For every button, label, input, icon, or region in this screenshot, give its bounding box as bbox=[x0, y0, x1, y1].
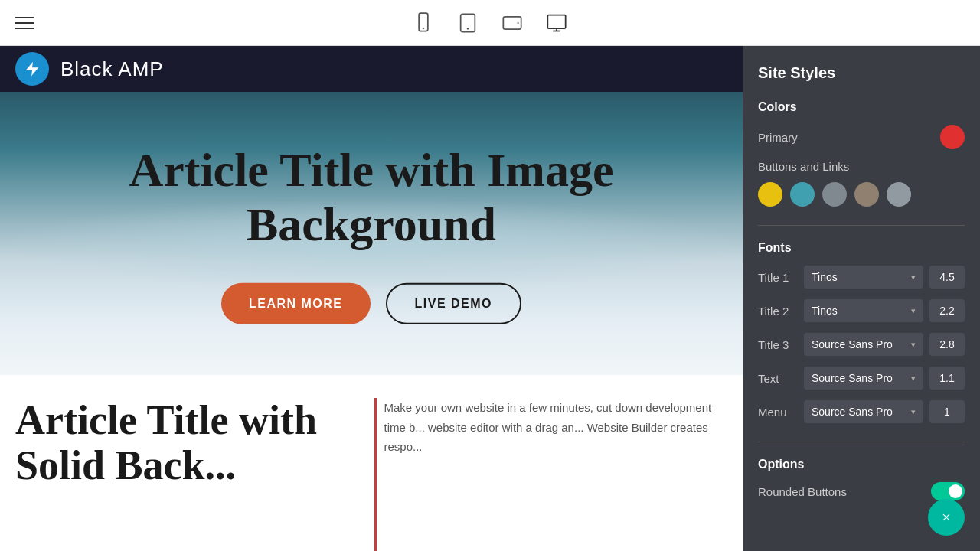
font-row-title2-label: Title 2 bbox=[758, 305, 798, 318]
hero-section: Article Title with Image Background LEAR… bbox=[0, 92, 743, 375]
live-demo-button[interactable]: LIVE DEMO bbox=[386, 282, 522, 324]
options-section: Options Rounded Buttons bbox=[758, 458, 965, 500]
chevron-down-icon: ▾ bbox=[911, 407, 916, 417]
font-row-text-size[interactable]: 1.1 bbox=[929, 367, 965, 390]
color-swatch-teal[interactable] bbox=[790, 182, 815, 207]
font-row-menu-select[interactable]: Source Sans Pro ▾ bbox=[804, 400, 923, 423]
color-swatch-cool-gray[interactable] bbox=[887, 182, 911, 207]
site-title: Black AMP bbox=[60, 57, 164, 81]
font-row-text-label: Text bbox=[758, 372, 798, 385]
colors-section-label: Colors bbox=[758, 100, 965, 114]
colors-section: Colors Primary Buttons and Links bbox=[758, 100, 965, 207]
chevron-down-icon: ▾ bbox=[911, 306, 916, 316]
font-row-title3-select[interactable]: Source Sans Pro ▾ bbox=[804, 333, 923, 356]
hero-title: Article Title with Image Background bbox=[74, 143, 668, 253]
device-icons bbox=[413, 12, 567, 34]
tablet-landscape-device-icon[interactable] bbox=[501, 12, 523, 34]
close-button[interactable]: × bbox=[928, 499, 965, 536]
fonts-section: Fonts Title 1 Tinos ▾ 4.5 Title 2 Tinos … bbox=[758, 241, 965, 423]
primary-color-label: Primary bbox=[758, 131, 798, 144]
color-swatch-yellow[interactable] bbox=[758, 182, 782, 207]
color-swatch-gray[interactable] bbox=[822, 182, 847, 207]
divider-fonts-options bbox=[758, 442, 965, 442]
fonts-section-label: Fonts bbox=[758, 241, 965, 255]
tablet-device-icon[interactable] bbox=[457, 12, 479, 34]
mobile-device-icon[interactable] bbox=[413, 12, 434, 34]
font-row-title3: Title 3 Source Sans Pro ▾ 2.8 bbox=[758, 333, 965, 356]
options-section-label: Options bbox=[758, 458, 965, 471]
font-row-title1: Title 1 Tinos ▾ 4.5 bbox=[758, 266, 965, 289]
font-row-title2: Title 2 Tinos ▾ 2.2 bbox=[758, 299, 965, 322]
panel-title: Site Styles bbox=[758, 64, 965, 82]
hero-content: Article Title with Image Background LEAR… bbox=[74, 143, 668, 324]
rounded-buttons-row: Rounded Buttons bbox=[758, 482, 965, 500]
font-row-title3-label: Title 3 bbox=[758, 338, 798, 351]
font-row-title1-select[interactable]: Tinos ▾ bbox=[804, 266, 923, 289]
site-styles-panel: Site Styles Colors Primary Buttons and L… bbox=[743, 46, 980, 551]
preview-area: Black AMP Article Title with Image Backg… bbox=[0, 46, 743, 551]
svg-marker-9 bbox=[26, 62, 39, 76]
rounded-buttons-label: Rounded Buttons bbox=[758, 485, 847, 498]
chevron-down-icon: ▾ bbox=[911, 272, 916, 282]
font-row-menu-size[interactable]: 1 bbox=[929, 400, 965, 423]
font-row-title1-size[interactable]: 4.5 bbox=[929, 266, 965, 289]
font-row-title3-size[interactable]: 2.8 bbox=[929, 333, 965, 356]
menu-icon[interactable] bbox=[15, 17, 34, 29]
rounded-buttons-toggle[interactable] bbox=[931, 482, 965, 500]
primary-color-row: Primary bbox=[758, 125, 965, 149]
chevron-down-icon: ▾ bbox=[911, 340, 916, 350]
lower-article-title: Article Title withSolid Back... bbox=[15, 398, 359, 489]
lower-right-text: Make your own website in a few minutes, … bbox=[384, 398, 728, 457]
lower-right: Make your own website in a few minutes, … bbox=[374, 398, 728, 551]
font-row-title1-label: Title 1 bbox=[758, 271, 798, 284]
font-row-text-select[interactable]: Source Sans Pro ▾ bbox=[804, 367, 923, 390]
font-row-menu-label: Menu bbox=[758, 406, 798, 419]
color-swatches bbox=[758, 182, 965, 207]
main-area: Black AMP Article Title with Image Backg… bbox=[0, 46, 980, 551]
learn-more-button[interactable]: LEARN MORE bbox=[221, 282, 371, 324]
hero-buttons: LEARN MORE LIVE DEMO bbox=[74, 282, 668, 324]
site-logo-icon bbox=[15, 52, 49, 86]
font-row-title2-select[interactable]: Tinos ▾ bbox=[804, 299, 923, 322]
lower-section: Article Title withSolid Back... Make you… bbox=[0, 375, 743, 551]
lower-left: Article Title withSolid Back... bbox=[15, 398, 359, 551]
font-row-menu: Menu Source Sans Pro ▾ 1 bbox=[758, 400, 965, 423]
divider-colors-fonts bbox=[758, 225, 965, 226]
chevron-down-icon: ▾ bbox=[911, 373, 916, 383]
desktop-device-icon[interactable] bbox=[546, 12, 567, 34]
font-row-text: Text Source Sans Pro ▾ 1.1 bbox=[758, 367, 965, 390]
color-swatch-warm-gray[interactable] bbox=[854, 182, 879, 207]
buttons-links-label: Buttons and Links bbox=[758, 160, 965, 173]
toolbar bbox=[0, 0, 980, 46]
svg-rect-6 bbox=[547, 15, 565, 28]
font-row-title2-size[interactable]: 2.2 bbox=[929, 299, 965, 322]
site-header: Black AMP bbox=[0, 46, 743, 92]
primary-color-swatch[interactable] bbox=[940, 125, 965, 149]
